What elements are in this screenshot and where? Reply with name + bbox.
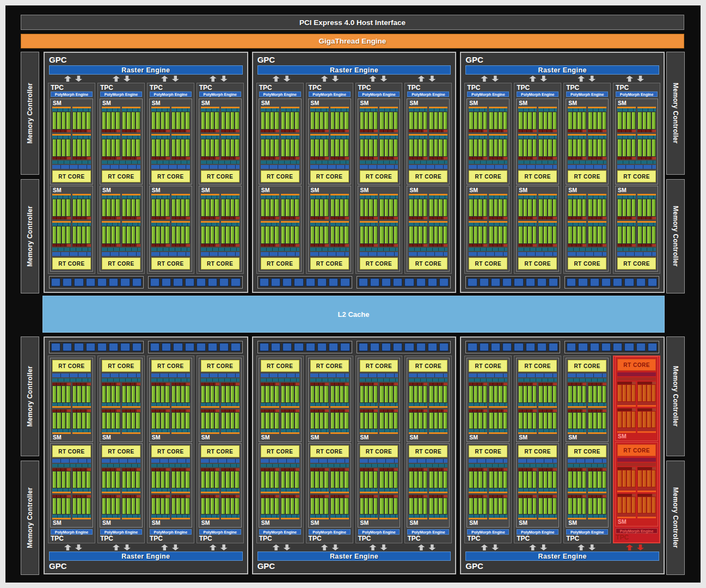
- sm-label: SM: [409, 187, 447, 194]
- ldst-seg-bar: [52, 248, 91, 251]
- flow-arrows-row: [257, 75, 451, 82]
- core-column-bar: [107, 199, 110, 216]
- core-columns-group: [617, 226, 636, 244]
- maroon-register-bar: [568, 157, 586, 160]
- maroon-register-bar: [52, 244, 71, 247]
- ldst-seg-bar: [151, 464, 190, 467]
- orange-scheduler-bar: [201, 406, 219, 408]
- core-column-bar: [539, 199, 543, 216]
- core-partition-block: [52, 134, 71, 160]
- gpc-row-top: GPCRaster EngineTPCPolyMorph EngineSMRT …: [44, 52, 665, 293]
- sm-label: SM: [360, 187, 398, 194]
- orange-scheduler-bar: [568, 406, 586, 408]
- core-column-bar: [112, 226, 115, 243]
- ldst-seg-bar: [469, 378, 507, 382]
- core-column-bar: [201, 226, 205, 243]
- maroon-register-bar: [469, 130, 487, 132]
- core-column-bar: [226, 471, 230, 488]
- core-column-bar: [414, 386, 418, 402]
- core-column-bar: [77, 386, 81, 402]
- tpc-label: TPC: [308, 84, 351, 91]
- core-partition-block: [52, 495, 71, 520]
- core-columns-group: [310, 112, 329, 130]
- core-column-bar: [136, 226, 140, 243]
- core-column-bar: [73, 386, 77, 402]
- orange-scheduler-bar: [122, 406, 140, 408]
- core-column-bar: [499, 386, 502, 402]
- core-column-bar: [598, 471, 601, 488]
- core-columns-group: [637, 411, 656, 428]
- core-column-bar: [632, 412, 635, 428]
- core-column-bar: [548, 112, 552, 129]
- maroon-register-bar: [310, 130, 329, 132]
- core-partition-block: [538, 194, 557, 219]
- core-columns-group: [617, 112, 636, 130]
- core-column-bar: [201, 471, 205, 488]
- core-columns-group: [102, 385, 120, 403]
- rop-segment: [601, 278, 611, 286]
- sm-box: SMRT CORE: [259, 443, 302, 528]
- core-column-bar: [504, 498, 507, 514]
- core-column-bar: [132, 112, 136, 129]
- tex-seg-bar: [261, 165, 299, 169]
- rt-core-box: RT CORE: [151, 258, 190, 270]
- rop-seg-row: [257, 341, 451, 353]
- tex-seg-bar: [469, 165, 507, 169]
- core-column-bar: [127, 413, 131, 429]
- core-column-bar: [489, 386, 493, 402]
- core-partition-block: [102, 468, 120, 493]
- core-column-bar: [275, 498, 278, 514]
- core-column-bar: [311, 413, 314, 429]
- flow-arrows-row: [49, 75, 243, 82]
- sm-box: SMRT CORE: [259, 186, 302, 272]
- rop-segment: [359, 343, 368, 351]
- core-column-bar: [235, 226, 239, 243]
- core-column-bar: [573, 139, 576, 156]
- tex-seg-bar: [518, 165, 557, 169]
- core-column-bar: [652, 226, 656, 243]
- flow-arrow-pair: [97, 544, 146, 551]
- core-column-bar: [335, 386, 339, 402]
- tpc-row: TPCPolyMorph EngineSMRT CORESMRT CORETPC…: [256, 356, 452, 543]
- maroon-register-bar: [72, 130, 91, 132]
- core-column-bar: [87, 139, 90, 156]
- rop-segment: [317, 343, 327, 351]
- core-partition-block: [360, 495, 378, 520]
- core-column-bar: [528, 112, 531, 129]
- flow-arrow-pair: [562, 75, 611, 82]
- arrow-down-icon: [75, 544, 82, 550]
- orange-scheduler-bar: [360, 492, 378, 493]
- core-column-bar: [165, 386, 169, 402]
- core-column-bar: [499, 226, 502, 243]
- core-partition-block: [469, 134, 487, 160]
- core-column-bar: [73, 112, 77, 129]
- rop-segment: [491, 343, 500, 351]
- tex-seg-bar: [310, 459, 349, 463]
- core-column-bar: [161, 498, 164, 514]
- rt-core-box: RT CORE: [52, 360, 91, 372]
- core-column-bar: [539, 226, 543, 243]
- core-column-bar: [365, 226, 368, 243]
- raster-engine-bar: Raster Engine: [49, 552, 243, 561]
- core-partition-block: [102, 495, 120, 520]
- core-columns-group: [538, 412, 557, 430]
- rop-segment: [439, 343, 449, 351]
- core-column-bar: [77, 112, 81, 129]
- core-column-bar: [623, 497, 626, 513]
- sm-label: SM: [469, 187, 507, 194]
- core-partition-block: [469, 409, 487, 434]
- core-columns-group: [310, 139, 329, 157]
- core-column-bar: [311, 226, 314, 243]
- flow-arrow-pair: [97, 75, 146, 82]
- core-column-bar: [62, 139, 65, 156]
- core-grid: [360, 107, 398, 160]
- raster-engine-bar: Raster Engine: [257, 65, 451, 75]
- core-column-bar: [172, 471, 176, 488]
- core-column-bar: [423, 413, 427, 429]
- core-column-bar: [539, 498, 543, 514]
- core-column-bar: [231, 498, 235, 514]
- rop-segment: [549, 343, 558, 351]
- core-partition-block: [171, 107, 190, 132]
- ldst-seg-bar: [360, 378, 398, 382]
- core-column-bar: [414, 112, 418, 129]
